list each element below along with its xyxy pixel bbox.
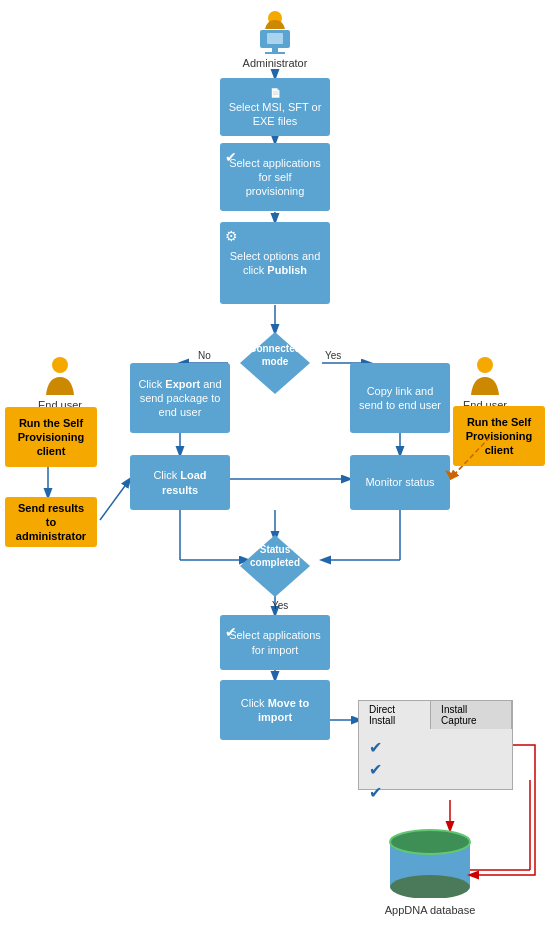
end-user-left-icon: End user xyxy=(30,355,90,411)
appdna-db: AppDNA database xyxy=(380,828,480,916)
svg-point-30 xyxy=(477,357,493,373)
no-label: No xyxy=(198,350,211,361)
export-bold: Export xyxy=(165,378,200,390)
checkmark-1: ✔ xyxy=(369,737,502,759)
publish-bold: Publish xyxy=(267,264,307,276)
load-bold: Load results xyxy=(162,469,207,495)
click-load-label: Click Load results xyxy=(138,468,222,497)
copy-link-box: Copy link and send to end user xyxy=(350,363,450,433)
click-export-box: Click Export and send package to end use… xyxy=(130,363,230,433)
move-bold: Move to import xyxy=(258,697,309,723)
end-user-right-icon: End user xyxy=(455,355,515,411)
select-apps-self-box: ✔ Select applications for self provision… xyxy=(220,143,330,211)
svg-rect-25 xyxy=(272,48,278,52)
tab-install-capture[interactable]: Install Capture xyxy=(431,701,512,729)
select-options-label: Select options and click Publish xyxy=(228,249,322,278)
administrator-label: Administrator xyxy=(243,57,308,69)
status-completed-label: Status completed xyxy=(238,543,312,569)
tab-header: Direct Install Install Capture xyxy=(359,701,512,729)
tab-area: Direct Install Install Capture ✔ ✔ ✔ xyxy=(358,700,513,790)
select-apps-import-box: ✔ Select applications for import xyxy=(220,615,330,670)
tab-content: ✔ ✔ ✔ xyxy=(359,729,512,812)
svg-line-22 xyxy=(100,479,130,520)
select-apps-import-label: Select applications for import xyxy=(228,628,322,657)
select-apps-self-label: Select applications for self provisionin… xyxy=(228,156,322,199)
appdna-label: AppDNA database xyxy=(380,904,480,916)
checkmark-3: ✔ xyxy=(369,782,502,804)
send-results-label: Send results to administrator xyxy=(13,501,89,544)
run-left-box: Run the Self Provisioning client xyxy=(5,407,97,467)
click-move-box: Click Move to import xyxy=(220,680,330,740)
copy-link-label: Copy link and send to end user xyxy=(358,384,442,413)
workflow-diagram: Administrator 📄 Select MSI, SFT or EXE f… xyxy=(0,0,550,941)
administrator-icon: Administrator xyxy=(240,5,310,69)
monitor-status-box: Monitor status xyxy=(350,455,450,510)
svg-point-29 xyxy=(52,357,68,373)
select-files-label: Select MSI, SFT or EXE files xyxy=(228,100,322,129)
svg-point-34 xyxy=(390,875,470,898)
click-export-label: Click Export and send package to end use… xyxy=(138,377,222,420)
run-left-label: Run the Self Provisioning client xyxy=(13,416,89,459)
svg-rect-26 xyxy=(265,52,285,54)
checkmark-2: ✔ xyxy=(369,759,502,781)
run-right-label: Run the Self Provisioning client xyxy=(461,415,537,458)
connected-mode-diamond: Connected mode xyxy=(238,330,312,396)
monitor-status-label: Monitor status xyxy=(365,475,434,489)
click-load-box: Click Load results xyxy=(130,455,230,510)
connected-mode-label: Connected mode xyxy=(238,342,312,368)
yes-label: Yes xyxy=(325,350,341,361)
svg-rect-24 xyxy=(267,33,283,44)
select-options-box: ⚙ Select options and click Publish xyxy=(220,222,330,304)
tab-direct-install[interactable]: Direct Install xyxy=(359,701,431,729)
run-right-box: Run the Self Provisioning client xyxy=(453,406,545,466)
select-files-box: 📄 Select MSI, SFT or EXE files xyxy=(220,78,330,136)
yes-label-bottom: Yes xyxy=(272,600,288,611)
status-completed-diamond: Status completed xyxy=(238,533,312,599)
click-move-label: Click Move to import xyxy=(228,696,322,725)
send-results-box: Send results to administrator xyxy=(5,497,97,547)
